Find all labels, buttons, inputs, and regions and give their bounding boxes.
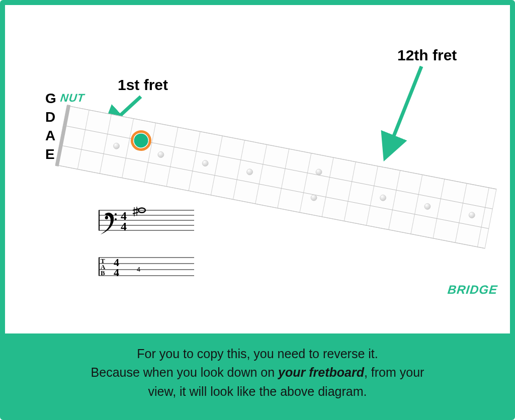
svg-rect-54 xyxy=(99,258,100,276)
sharp-icon xyxy=(133,207,138,216)
caption-line-1: For you to copy this, you need to revers… xyxy=(25,345,490,364)
tab-letter-b: B xyxy=(101,269,105,277)
bass-staff: 4 4 xyxy=(99,207,194,234)
diagram-canvas: 1st fret 12th fret G D A E NUT BRIDGE xyxy=(5,5,510,415)
timesig-bot: 4 xyxy=(121,220,127,233)
svg-holder xyxy=(5,5,510,359)
bass-clef-icon xyxy=(101,213,117,234)
svg-point-44 xyxy=(115,213,117,215)
fretboard-svg xyxy=(5,5,510,357)
caption-bar: For you to copy this, you need to revers… xyxy=(5,333,510,415)
tab-fret-number: 4 xyxy=(137,266,140,273)
caption-emph: your fretboard xyxy=(278,365,364,379)
tab-timesig-bot: 4 xyxy=(114,266,119,279)
notation-block: 4 4 xyxy=(94,205,194,293)
diagram-frame: 1st fret 12th fret G D A E NUT BRIDGE xyxy=(0,0,515,420)
arrow-twelfth-fret xyxy=(386,66,421,155)
caption-line-3: view, it will look like the above diagra… xyxy=(25,382,490,401)
svg-point-45 xyxy=(115,218,117,220)
svg-line-1 xyxy=(386,66,421,155)
svg-rect-43 xyxy=(99,210,100,230)
svg-line-49 xyxy=(133,212,138,214)
caption-line-2: Because when you look down on your fretb… xyxy=(25,363,490,382)
tab-staff: T A B 4 4 4 xyxy=(99,256,194,279)
